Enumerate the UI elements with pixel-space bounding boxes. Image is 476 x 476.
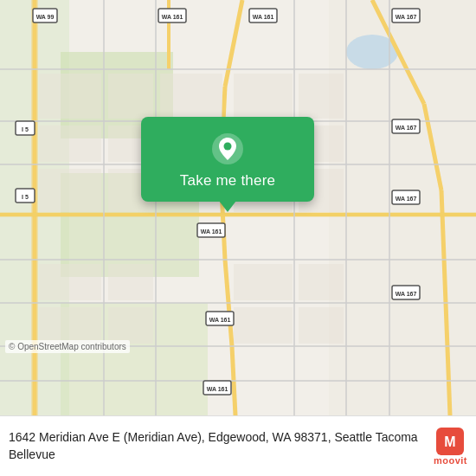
moovit-logo: M moovit [434, 428, 467, 466]
moovit-icon: M [436, 428, 464, 455]
location-pin-icon [211, 132, 244, 165]
moovit-label: moovit [434, 455, 467, 466]
svg-text:I 5: I 5 [22, 126, 29, 132]
svg-text:WA 167: WA 167 [396, 291, 417, 297]
svg-rect-47 [234, 264, 293, 300]
svg-rect-52 [299, 307, 344, 344]
svg-rect-49 [39, 307, 101, 344]
svg-text:WA 167: WA 167 [396, 125, 417, 131]
svg-text:WA 167: WA 167 [396, 196, 417, 202]
map-container: WA 99 WA 161 WA 161 WA 167 I 5 I 5 WA 16… [0, 0, 476, 415]
svg-rect-45 [39, 264, 101, 300]
svg-text:WA 167: WA 167 [396, 14, 417, 20]
svg-rect-32 [39, 74, 101, 119]
bottom-bar: 1642 Meridian Ave E (Meridian Ave), Edge… [0, 415, 476, 476]
svg-rect-37 [39, 125, 101, 162]
svg-text:WA 161: WA 161 [201, 228, 222, 235]
svg-rect-35 [234, 74, 293, 119]
map-attribution: © OpenStreetMap contributors [5, 340, 130, 353]
svg-rect-36 [299, 74, 344, 119]
svg-text:WA 161: WA 161 [253, 14, 274, 20]
svg-rect-50 [108, 307, 153, 344]
address-text: 1642 Meridian Ave E (Meridian Ave), Edge… [9, 429, 427, 463]
svg-text:WA 161: WA 161 [207, 386, 228, 392]
take-me-there-button[interactable]: Take me there [180, 172, 275, 190]
svg-rect-46 [108, 264, 153, 300]
svg-text:I 5: I 5 [22, 194, 29, 200]
svg-rect-34 [160, 74, 222, 119]
svg-rect-33 [108, 74, 153, 119]
svg-point-78 [224, 143, 232, 151]
svg-text:M: M [445, 434, 456, 449]
svg-text:WA 161: WA 161 [209, 317, 231, 323]
svg-text:WA 161: WA 161 [162, 14, 183, 20]
svg-rect-48 [299, 264, 344, 300]
svg-rect-41 [39, 169, 101, 212]
svg-text:WA 99: WA 99 [36, 14, 55, 20]
svg-rect-51 [234, 307, 293, 344]
popup-card: Take me there [141, 117, 314, 202]
